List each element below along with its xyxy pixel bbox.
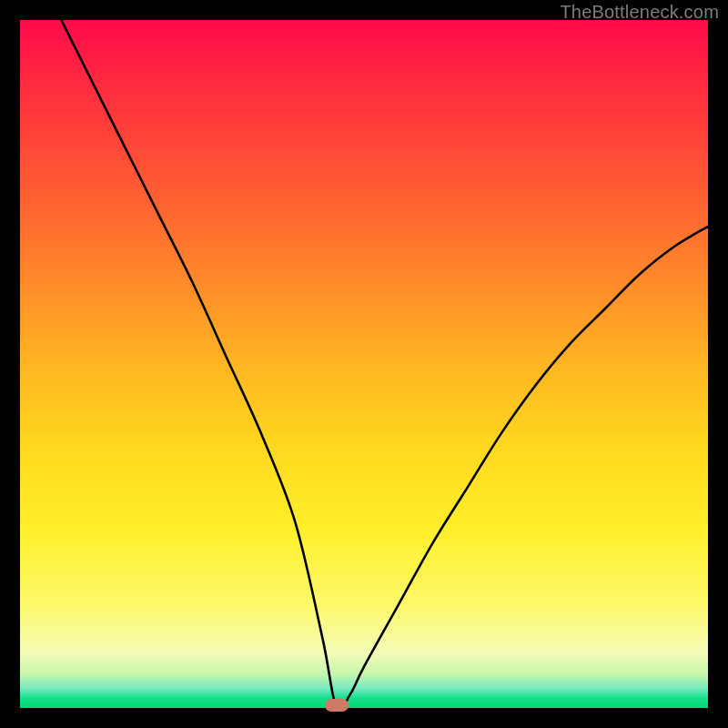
- chart-frame: TheBottleneck.com: [0, 0, 728, 728]
- watermark-text: TheBottleneck.com: [560, 2, 719, 23]
- bottleneck-curve: [20, 20, 708, 708]
- plot-area: [20, 20, 708, 708]
- curve-path: [61, 20, 708, 711]
- optimum-marker: [325, 699, 349, 712]
